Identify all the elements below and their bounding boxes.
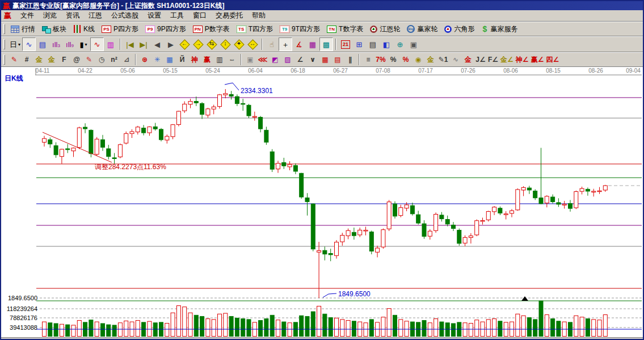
menu-item-settings[interactable]: 设置 bbox=[143, 10, 166, 22]
toolbar-nav-angle-measure[interactable]: ∡ bbox=[292, 37, 306, 51]
menu-item-tools[interactable]: 工具 bbox=[166, 10, 188, 22]
toolbar-draw-win-angle[interactable]: 赢∠ bbox=[530, 53, 545, 66]
toolbar-main-9p-square[interactable]: P99P四方形 bbox=[142, 22, 190, 36]
toolbar-draw-gold-grid-1[interactable]: 金 bbox=[33, 53, 45, 66]
toolbar-draw-win-grid[interactable]: 赢 bbox=[201, 53, 213, 66]
toolbar-nav-pattern-teal[interactable]: ▩ bbox=[319, 37, 333, 51]
toolbar-draw-width-arrows[interactable]: ⇔ bbox=[226, 53, 238, 66]
toolbar-main-gann-wheel[interactable]: 江恩轮 bbox=[367, 22, 404, 36]
toolbar-nav-pan-right[interactable]: → bbox=[191, 37, 205, 51]
toolbar-nav-pan-left[interactable]: ← bbox=[178, 37, 191, 51]
toolbar-main-kline[interactable]: K线 bbox=[70, 22, 99, 36]
toolbar-draw-pct-7[interactable]: 7% bbox=[374, 53, 387, 66]
toolbar-main-winner-service[interactable]: $赢家服务 bbox=[478, 22, 521, 36]
toolbar-nav-hand-tool[interactable]: ☝ bbox=[265, 37, 279, 51]
toolbar-draw-pen-red[interactable]: ✎ bbox=[8, 53, 20, 66]
toolbar-nav-expand-all[interactable]: ✦ bbox=[232, 37, 246, 51]
toolbar-nav-go-prev[interactable]: ◀ bbox=[150, 37, 164, 51]
toolbar-draw-bars-grid[interactable]: ▥ bbox=[213, 53, 226, 66]
toolbar-draw-tick-grid[interactable]: # bbox=[20, 53, 33, 66]
menu-item-file[interactable]: 文件 bbox=[16, 10, 39, 22]
toolbar-nav-zigzag-blue[interactable]: ∿ bbox=[22, 37, 36, 51]
toolbar-main-t-number-table[interactable]: TNT数字表 bbox=[324, 22, 367, 36]
toolbar-nav-save[interactable]: ◧ bbox=[380, 37, 393, 51]
toolbar-draw-pen-one[interactable]: ✎1 bbox=[437, 53, 449, 66]
toolbar-draw-parallel-lines[interactable]: ∥ bbox=[344, 53, 356, 66]
toolbar-draw-pct-line[interactable]: % bbox=[399, 53, 412, 66]
toolbar-nav-swap-lr[interactable]: ⇆ bbox=[205, 37, 218, 51]
toolbar-draw-grid-dots[interactable]: ▦ bbox=[319, 53, 331, 66]
toolbar-draw-gann-box[interactable]: ▣ bbox=[244, 53, 256, 66]
toolbar-draw-wave-seg[interactable]: Й bbox=[176, 53, 188, 66]
toolbar-draw-fan-red[interactable]: ⋘ bbox=[256, 53, 269, 66]
toolbar-nav-gann-grid-purple[interactable]: ▦ bbox=[306, 37, 319, 51]
toolbar-main-market-quote[interactable]: 行情 bbox=[8, 22, 39, 36]
toolbar-draw-shen-angle[interactable]: 神∠ bbox=[515, 53, 530, 66]
toolbar-draw-clock-grid[interactable]: ◷ bbox=[95, 53, 108, 66]
toolbar-nav-go-last[interactable]: ▶| bbox=[137, 37, 150, 51]
toolbar-main-t-square[interactable]: TST四方形 bbox=[234, 22, 277, 36]
toolbar-nav-network[interactable]: ⊕ bbox=[393, 37, 407, 51]
toolbar-main-p-square[interactable]: PSP四方形 bbox=[99, 22, 142, 36]
menu-item-gann[interactable]: 江恩 bbox=[84, 10, 107, 22]
toolbar-draw-f-grid[interactable]: F bbox=[58, 53, 70, 66]
menu-logo-icon[interactable]: 赢 bbox=[4, 11, 11, 21]
toolbar-draw-check-lines[interactable]: ∨ bbox=[306, 53, 319, 66]
toolbar-nav-candle-select[interactable]: ▮▾ bbox=[77, 37, 90, 51]
toolbar-draw-n2-grid[interactable]: n² bbox=[108, 53, 120, 66]
menu-item-news[interactable]: 资讯 bbox=[61, 10, 84, 22]
toolbar-nav-zigzag-red[interactable]: ∿ bbox=[90, 37, 104, 51]
toolbar-draw-spiral[interactable]: @ bbox=[70, 53, 83, 66]
title-bar[interactable]: 赢 赢家江恩专业版[赢家内部服务平台] - [上证指数 SH1A0001-123… bbox=[1, 1, 643, 10]
toolbar-nav-hist-9[interactable]: ıll9 bbox=[63, 37, 77, 51]
toolbar-nav-calculator[interactable]: ⊞ bbox=[352, 37, 366, 51]
toolbar-draw-gold-lines[interactable]: 金 bbox=[424, 53, 437, 66]
toolbar-nav-pan-updown[interactable]: ↕ bbox=[218, 37, 232, 51]
toolbar-draw-angle-ruler[interactable]: ⊿ bbox=[120, 53, 133, 66]
toolbar-nav-info-note[interactable]: ▤ bbox=[36, 37, 49, 51]
toolbar-draw-gold-circle[interactable]: ◉ bbox=[412, 53, 424, 66]
toolbar-draw-levels[interactable]: ≡ bbox=[362, 53, 374, 66]
menu-item-formula-stock-pick[interactable]: 公式选股 bbox=[107, 10, 143, 22]
menu-item-window[interactable]: 窗口 bbox=[188, 10, 211, 22]
toolbar-draw-angle-lines[interactable]: ∠ bbox=[294, 53, 306, 66]
toolbar-nav-expand-lr[interactable]: ↔ bbox=[246, 37, 259, 51]
candle-body bbox=[551, 197, 555, 202]
menu-item-trade-entrust[interactable]: 交易委托 bbox=[211, 10, 247, 22]
toolbar-main-9t-square[interactable]: T99T四方形 bbox=[277, 22, 324, 36]
toolbar-draw-gold-grid-2[interactable]: 金 bbox=[45, 53, 58, 66]
toolbar-nav-calendar[interactable]: 21 bbox=[339, 37, 352, 51]
toolbar-main-winner-wheel[interactable]: Big赢家轮 bbox=[404, 22, 441, 36]
toolbar-draw-fan-purple[interactable]: ◩ bbox=[269, 53, 281, 66]
kline-chart[interactable]: 调整284.2273点11.63%2334.33011849.650004-11… bbox=[1, 67, 643, 337]
toolbar-main-sector[interactable]: 板块 bbox=[39, 22, 70, 36]
toolbar-nav-computer[interactable]: ▣ bbox=[407, 37, 420, 51]
toolbar-draw-wave-gray[interactable]: ∿ bbox=[449, 53, 462, 66]
toolbar-nav-go-next[interactable]: ▶ bbox=[164, 37, 178, 51]
toolbar-draw-pen-ticks[interactable]: ✎ bbox=[83, 53, 95, 66]
toolbar-draw-shen-grid[interactable]: 神 bbox=[188, 53, 201, 66]
toolbar-draw-gold-angle[interactable]: 金∠ bbox=[499, 53, 515, 66]
toolbar-nav-hist-colored[interactable]: ▥ bbox=[104, 37, 117, 51]
toolbar-nav-period-select[interactable]: 日▾ bbox=[8, 37, 22, 51]
toolbar-draw-star-blue[interactable]: ✳ bbox=[151, 53, 163, 66]
menu-item-help[interactable]: 帮助 bbox=[247, 10, 270, 22]
toolbar-draw-target-red[interactable]: ⊕ bbox=[138, 53, 151, 66]
menu-item-browse[interactable]: 浏览 bbox=[39, 10, 61, 22]
toolbar-draw-j-angle[interactable]: J∠ bbox=[474, 53, 487, 66]
toolbar-draw-grid-box[interactable]: ▤ bbox=[331, 53, 344, 66]
candle-body bbox=[107, 149, 111, 157]
candle-body bbox=[77, 128, 81, 148]
toolbar-draw-gold-box[interactable]: 金 bbox=[462, 53, 474, 66]
toolbar-draw-grid-blue[interactable]: ▦ bbox=[163, 53, 176, 66]
toolbar-nav-notepad[interactable]: ▤ bbox=[366, 37, 380, 51]
toolbar-draw-four-angle[interactable]: 四∠ bbox=[545, 53, 560, 66]
toolbar-nav-crosshair-tool[interactable]: ＋ bbox=[279, 37, 292, 51]
toolbar-draw-f-angle[interactable]: F∠ bbox=[487, 53, 499, 66]
toolbar-main-p-number-table[interactable]: PNP数字表 bbox=[190, 22, 234, 36]
toolbar-main-hexagon[interactable]: 六角形 bbox=[441, 22, 478, 36]
toolbar-draw-pct[interactable]: % bbox=[387, 53, 399, 66]
toolbar-nav-hist-3[interactable]: ıll3 bbox=[49, 37, 63, 51]
toolbar-nav-go-first[interactable]: |◀ bbox=[123, 37, 137, 51]
toolbar-draw-fan-box[interactable]: ▨ bbox=[281, 53, 294, 66]
